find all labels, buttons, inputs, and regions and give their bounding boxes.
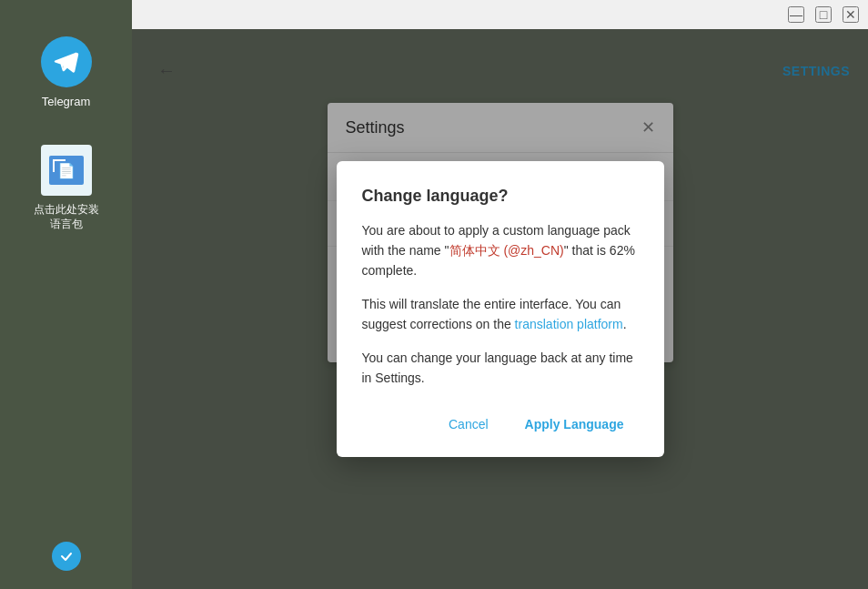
minimize-button[interactable]: — [788, 6, 804, 23]
install-icon-inner: 📄 [49, 156, 84, 185]
restore-button[interactable]: □ [815, 6, 832, 23]
main-area: — □ ✕ ← SETTINGS Settings ✕ 文 Language E… [132, 0, 868, 589]
dialog-body-3: You can change your language back at any… [362, 348, 639, 389]
telegram-icon [41, 36, 92, 87]
sidebar-item-telegram[interactable]: Telegram [41, 36, 92, 108]
telegram-label: Telegram [42, 95, 90, 108]
sidebar: Telegram 📄 点击此处安装 语言包 [0, 0, 132, 589]
window-chrome: — □ ✕ [132, 0, 868, 29]
dialog-body-1: You are about to apply a custom language… [362, 220, 639, 281]
apply-language-button[interactable]: Apply Language [510, 410, 639, 439]
install-icon: 📄 [41, 145, 92, 196]
check-badge [52, 542, 81, 571]
modal-overlay: Change language? You are about to apply … [132, 29, 868, 589]
change-language-dialog: Change language? You are about to apply … [337, 161, 664, 458]
install-label: 点击此处安装 语言包 [34, 203, 99, 231]
language-pack-name: 简体中文 (@zh_CN) [449, 243, 564, 258]
dialog-body: You are about to apply a custom language… [362, 220, 639, 389]
translation-platform-link[interactable]: translation platform [515, 317, 623, 331]
dialog-body-2: This will translate the entire interface… [362, 294, 639, 335]
sidebar-item-install[interactable]: 📄 点击此处安装 语言包 [34, 145, 99, 231]
cancel-button[interactable]: Cancel [434, 410, 503, 439]
dialog-title: Change language? [362, 187, 639, 206]
close-window-button[interactable]: ✕ [843, 6, 859, 23]
sidebar-bottom [52, 542, 81, 571]
dialog-actions: Cancel Apply Language [362, 410, 639, 439]
settings-background: ← SETTINGS Settings ✕ 文 Language English… [132, 29, 868, 589]
